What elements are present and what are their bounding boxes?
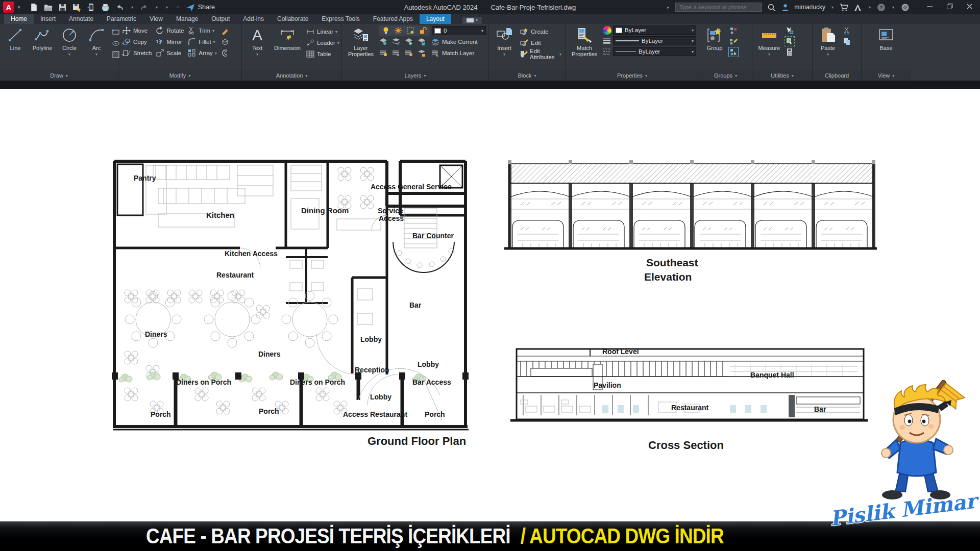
linetype-dropdown[interactable]: ByLayer ▾ <box>613 47 696 56</box>
mirror-button[interactable]: Mirror <box>154 37 185 47</box>
panel-footer-groups[interactable]: Groups▾ <box>699 70 752 81</box>
search-input[interactable] <box>679 4 758 10</box>
rotate-button[interactable]: Rotate <box>154 26 185 36</box>
tab-parametric[interactable]: Parametric <box>100 14 143 24</box>
layer-bulb-stack-icon[interactable] <box>379 48 388 58</box>
help-caret-icon[interactable]: ▾ <box>892 5 894 10</box>
tab-view[interactable]: View <box>143 14 169 24</box>
panel-footer-properties[interactable]: Properties▾ <box>566 70 699 81</box>
autocad-logo-icon[interactable]: A <box>3 2 14 13</box>
insert-caret-icon[interactable]: ▾ <box>503 52 505 58</box>
copy-clip-icon[interactable] <box>842 37 851 46</box>
layer-isolate-icon[interactable] <box>406 26 415 35</box>
username[interactable]: mimarlucky <box>794 4 825 11</box>
table-button[interactable]: Table <box>305 49 340 59</box>
fillet-button[interactable]: Fillet ▾ <box>186 37 218 47</box>
close-button[interactable] <box>966 3 973 12</box>
tab-add-ins[interactable]: Add-ins <box>236 14 271 24</box>
redo-icon[interactable] <box>140 3 149 12</box>
layer-unlock2-icon[interactable] <box>417 48 426 58</box>
layer-freeze-icon[interactable] <box>404 37 413 46</box>
panel-footer-clipboard[interactable]: Clipboard <box>813 70 861 81</box>
layer-thaw-icon[interactable] <box>394 26 403 35</box>
measure-button[interactable]: Measure ▾ <box>755 26 783 58</box>
base-button[interactable]: Base <box>873 26 899 52</box>
arc-button[interactable]: Arc ▾ <box>84 26 109 58</box>
qat-more-icon[interactable]: ≂ <box>176 5 180 10</box>
help-icon[interactable]: ? <box>877 3 886 12</box>
offset-button[interactable] <box>219 48 231 58</box>
open-file-icon[interactable] <box>44 3 53 12</box>
panel-footer-layers[interactable]: Layers▾ <box>342 70 488 81</box>
group-button[interactable]: Group <box>702 26 727 52</box>
redo-caret-icon[interactable]: ▾ <box>156 5 158 10</box>
autodesk-access-icon[interactable] <box>853 3 863 12</box>
scale-button[interactable]: Scale <box>154 48 185 58</box>
save-as-icon[interactable] <box>72 3 82 12</box>
save-to-mobile-icon[interactable] <box>87 3 96 12</box>
layer-unlock-icon[interactable] <box>418 26 427 35</box>
access-caret-icon[interactable]: ▾ <box>869 5 871 10</box>
layer-properties-button[interactable]: Layer Properties <box>345 26 377 58</box>
insert-button[interactable]: Insert ▾ <box>492 26 517 58</box>
match-properties-button[interactable]: Match Properties <box>568 26 601 58</box>
drawing-viewport[interactable]: Pantry Kitchen Dining Room Access Genera… <box>0 89 980 521</box>
fillet-caret-icon[interactable]: ▾ <box>213 40 215 44</box>
restore-button[interactable] <box>946 3 953 12</box>
text-caret-icon[interactable]: ▾ <box>256 52 258 58</box>
array-caret-icon[interactable]: ▾ <box>215 51 217 56</box>
panel-footer-draw[interactable]: Draw▾ <box>0 70 118 81</box>
group-selection-toggle-icon[interactable] <box>729 47 738 57</box>
arc-caret-icon[interactable]: ▾ <box>95 52 97 58</box>
object-color-dropdown[interactable]: ByLayer ▾ <box>613 26 696 35</box>
minimize-button[interactable] <box>926 3 933 12</box>
undo-caret-icon[interactable]: ▾ <box>131 5 133 10</box>
color-caret-icon[interactable]: ▾ <box>692 28 694 33</box>
edit-attributes-caret-icon[interactable]: ▾ <box>559 52 561 57</box>
layer-lock-icon[interactable] <box>417 37 426 46</box>
tab-home[interactable]: Home <box>4 14 34 24</box>
linetype-caret-icon[interactable]: ▾ <box>692 49 694 54</box>
ribbon-collapse-caret-icon[interactable]: ▾ <box>476 18 478 22</box>
tab-layout[interactable]: Layout <box>420 14 451 24</box>
quick-select-icon[interactable] <box>785 26 794 35</box>
tab-output[interactable]: Output <box>205 14 236 24</box>
stretch-button[interactable]: Stretch <box>121 48 153 58</box>
layer-previous-icon[interactable] <box>391 37 401 46</box>
layer-off-icon[interactable] <box>379 37 388 46</box>
create-block-button[interactable]: Create <box>519 27 562 37</box>
circle-button[interactable]: Circle ▾ <box>57 26 82 58</box>
circle-caret-icon[interactable]: ▾ <box>68 52 70 58</box>
line-button[interactable]: Line <box>3 26 28 52</box>
ribbon-collapse-control[interactable]: ▾ <box>462 17 482 24</box>
linear-caret-icon[interactable]: ▾ <box>335 30 337 34</box>
tab-annotate[interactable]: Annotate <box>62 14 100 24</box>
panel-footer-utilities[interactable]: Utilities▾ <box>752 70 812 81</box>
layer-select-dropdown[interactable]: 0 ▾ <box>432 26 486 35</box>
paste-caret-icon[interactable]: ▾ <box>827 52 829 58</box>
array-button[interactable]: Array ▾ <box>186 48 218 58</box>
edit-block-button[interactable]: Edit <box>519 38 562 48</box>
quick-calculator-icon[interactable] <box>785 47 794 57</box>
erase-button[interactable] <box>219 26 231 36</box>
undo-icon[interactable] <box>115 3 125 12</box>
polyline-button[interactable]: Polyline <box>30 26 55 52</box>
app-menu-caret-icon[interactable]: ▼ <box>17 5 21 10</box>
search-box[interactable] <box>675 3 762 12</box>
user-caret-icon[interactable]: ▾ <box>831 5 834 10</box>
leader-button[interactable]: Leader ▾ <box>305 38 340 48</box>
tab-express-tools[interactable]: Express Tools <box>315 14 366 24</box>
select-area-icon[interactable] <box>785 37 794 46</box>
tab-insert[interactable]: Insert <box>34 14 62 24</box>
panel-footer-view[interactable]: View▾ <box>862 70 911 81</box>
edit-attributes-button[interactable]: Edit Attributes ▾ <box>519 49 562 59</box>
layer-dropdown-caret-icon[interactable]: ▾ <box>481 29 483 33</box>
layer-vpfreeze-icon[interactable] <box>404 48 413 58</box>
explode-button[interactable] <box>219 37 231 47</box>
feedback-icon[interactable] <box>900 3 910 12</box>
trim-button[interactable]: Trim ▾ <box>186 26 218 36</box>
share-icon[interactable] <box>186 3 195 12</box>
cart-icon[interactable] <box>840 3 849 12</box>
qat-customize-icon[interactable]: ▾ <box>166 5 168 10</box>
text-button[interactable]: A Text ▾ <box>244 26 270 58</box>
